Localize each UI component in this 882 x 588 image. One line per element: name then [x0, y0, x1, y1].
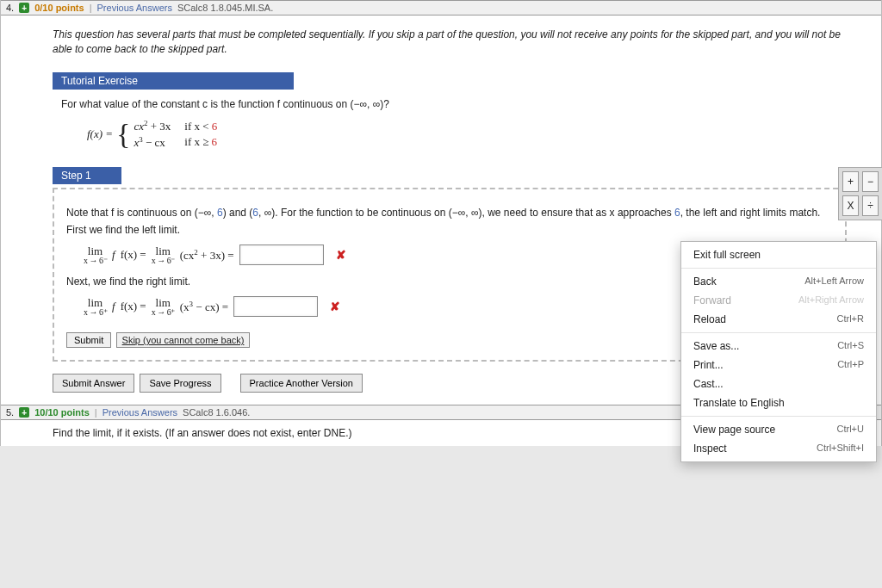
ctx-back[interactable]: BackAlt+Left Arrow	[681, 272, 876, 291]
ctx-reload[interactable]: ReloadCtrl+R	[681, 310, 876, 329]
question-number: 4.	[6, 3, 14, 13]
step-1-header: Step 1	[53, 167, 121, 184]
piecewise-function: f(x) = { cx2 + 3x x3 − cx if x < 6 if x …	[87, 119, 847, 151]
ctx-inspect[interactable]: InspectCtrl+Shift+I	[681, 439, 876, 446]
question-number: 5.	[6, 407, 14, 418]
expand-icon[interactable]: +	[19, 407, 29, 418]
points: 10/10 points	[34, 407, 90, 418]
submit-answer-button[interactable]: Submit Answer	[53, 374, 134, 393]
left-limit-intro: First we find the left limit.	[66, 224, 833, 236]
points: 0/10 points	[34, 3, 84, 13]
wrong-icon: ✘	[336, 248, 346, 263]
calc-div-button[interactable]: ÷	[862, 195, 879, 216]
calc-minus-button[interactable]: −	[862, 171, 879, 192]
source-ref: SCalc8 1.6.046.	[183, 407, 250, 418]
skip-button[interactable]: Skip (you cannot come back)	[116, 332, 251, 348]
previous-answers-link[interactable]: Previous Answers	[102, 407, 177, 418]
expand-icon[interactable]: +	[19, 3, 29, 13]
ctx-forward: ForwardAlt+Right Arrow	[681, 291, 876, 310]
question-prompt: For what value of the constant c is the …	[61, 98, 847, 110]
ctx-view-source[interactable]: View page sourceCtrl+U	[681, 420, 876, 439]
practice-another-button[interactable]: Practice Another Version	[240, 374, 363, 393]
calculator-panel: + − X ÷	[838, 167, 882, 220]
submit-step-button[interactable]: Submit	[66, 332, 111, 348]
ctx-exit-fullscreen[interactable]: Exit full screen	[681, 245, 876, 264]
calc-plus-button[interactable]: +	[842, 171, 859, 192]
save-progress-button[interactable]: Save Progress	[140, 374, 220, 393]
ctx-print[interactable]: Print...Ctrl+P	[681, 356, 876, 374]
sequential-warning: This question has several parts that mus…	[53, 28, 847, 57]
ctx-translate[interactable]: Translate to English	[681, 393, 876, 412]
step-explanation: Note that f is continuous on (−∞, 6) and…	[66, 207, 833, 219]
ctx-save-as[interactable]: Save as...Ctrl+S	[681, 337, 876, 356]
tutorial-exercise-header: Tutorial Exercise	[53, 72, 294, 90]
context-menu: Exit full screen BackAlt+Left Arrow Forw…	[680, 241, 877, 446]
calc-x-button[interactable]: X	[842, 195, 859, 216]
left-limit-input[interactable]	[239, 244, 324, 265]
right-limit-input[interactable]	[233, 296, 318, 317]
source-ref: SCalc8 1.8.045.MI.SA.	[177, 3, 273, 13]
previous-answers-link[interactable]: Previous Answers	[97, 3, 172, 13]
ctx-cast[interactable]: Cast...	[681, 374, 876, 393]
wrong-icon: ✘	[330, 300, 340, 314]
question-4-header: 4. + 0/10 points | Previous Answers SCal…	[1, 0, 881, 15]
